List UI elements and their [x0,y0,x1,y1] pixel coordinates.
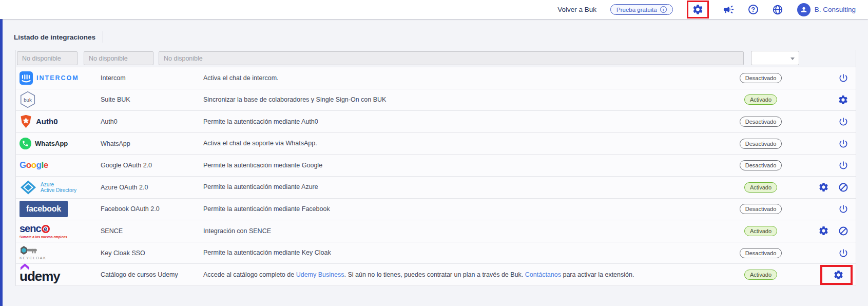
integration-name: Azure OAuth 2.0 [101,184,203,191]
status-badge: Desactivado [740,204,782,214]
settings-highlight-box [687,1,709,18]
block-icon[interactable] [838,182,848,193]
integration-logo: facebook [16,201,101,217]
integration-description: Sincronizar la base de colaboradores y S… [203,89,730,111]
sidebar-rail[interactable] [0,19,3,306]
language-globe-icon[interactable] [772,4,783,15]
table-row: KEYCLOAKKey Cloak SSOPermite la autentic… [16,242,856,264]
info-icon: i [660,6,667,13]
power-icon[interactable] [838,139,848,149]
filter-input-2[interactable] [84,51,153,65]
google-logo-wordmark: Google [20,160,48,170]
azure-logo-icon [20,179,37,196]
auth0-logo-icon [20,114,32,128]
integration-logo: udemy [16,265,101,284]
intercom-logo-icon [20,71,33,85]
description-link[interactable]: Udemy Business [296,271,344,278]
table-row: INTERCOMIntercomActiva el chat de interc… [16,67,856,89]
integration-logo: AzureActive Directory [16,179,101,196]
row-actions [792,182,856,193]
title-divider [103,31,103,43]
gear-icon[interactable] [833,270,844,280]
settings-icon[interactable] [692,4,704,15]
gear-icon[interactable] [818,182,829,193]
integration-name: Intercom [101,74,203,82]
power-icon[interactable] [838,204,848,214]
table-row: facebookFacebook OAuth 2.0Permite la aut… [16,199,856,221]
svg-text:buk: buk [24,97,32,103]
status-filter-select[interactable] [751,51,799,65]
chevron-down-icon [790,58,795,60]
integration-description: Permite la autenticación mediante Facebo… [203,198,730,220]
account-name: B. Consulting [815,6,856,13]
integration-logo: INTERCOM [16,71,101,85]
filter-input-3[interactable] [159,51,744,65]
row-actions [792,248,856,258]
integration-description: Permite la autenticación mediante Azure [203,176,730,198]
trial-badge-label: Prueba gratuita [616,7,657,13]
integrations-table-body: INTERCOMIntercomActiva el chat de interc… [16,67,856,286]
power-icon[interactable] [838,73,848,83]
integration-name: SENCE [101,227,203,235]
sence-logo: senceSúmate a los nuevos empleos [20,223,67,239]
integration-description: Activa el chat de intercom. [203,67,730,89]
avatar [797,3,811,16]
power-icon[interactable] [838,160,848,170]
block-icon[interactable] [838,226,848,236]
keycloak-logo: KEYCLOAK [20,246,46,260]
status-badge: Activado [744,94,777,105]
integration-description: Permite la autenticación mediante Key Cl… [203,242,730,264]
integration-description: Activa el chat de soporte vía WhatsApp. [203,132,730,155]
row-actions [792,73,856,83]
announcements-icon[interactable] [723,4,735,15]
integration-name: Facebook OAuth 2.0 [101,205,203,213]
integration-name: Google OAuth 2.0 [101,162,203,169]
gear-icon[interactable] [838,94,848,105]
table-row: bukSuite BUKSincronizar la base de colab… [16,89,856,111]
facebook-logo-wordmark: facebook [20,201,68,217]
volver-a-buk-link[interactable]: Volver a Buk [557,6,596,13]
integration-logo: buk [16,91,101,108]
row-actions [792,94,856,105]
gear-icon[interactable] [818,225,829,236]
filter-input-1[interactable] [17,51,78,65]
table-row: Auth0Auth0Permite la autenticación media… [16,111,856,133]
row-actions [792,225,856,236]
account-menu[interactable]: B. Consulting [797,3,856,16]
status-badge: Desactivado [740,160,782,170]
page-title: Listado de integraciones [14,33,95,41]
power-icon[interactable] [838,117,848,127]
topbar: Volver a Buk Prueba gratuita i ? B. Cons… [0,0,868,19]
row-actions [792,160,856,170]
trial-badge[interactable]: Prueba gratuita i [610,4,673,15]
integration-name: Suite BUK [101,96,203,103]
status-badge: Desactivado [740,139,782,149]
table-row: WhatsAppWhatsAppActiva el chat de soport… [16,133,856,155]
table-row: senceSúmate a los nuevos empleosSENCEInt… [16,220,856,242]
integration-name: Auth0 [101,118,203,125]
action-highlight-box [820,265,853,285]
integration-description: Permite la autenticación mediante Google [203,155,730,177]
integration-name: Key Cloak SSO [101,250,203,257]
integration-description: Integración con SENCE [203,220,730,242]
integration-logo: Google [16,160,101,170]
status-badge: Desactivado [740,73,782,83]
status-badge: Desactivado [740,248,782,258]
whatsapp-logo-icon [20,138,31,149]
description-link[interactable]: Contáctanos [525,271,561,278]
integrations-table: INTERCOMIntercomActiva el chat de interc… [15,50,856,286]
integration-name: WhatsApp [101,140,203,147]
table-row: GoogleGoogle OAuth 2.0Permite la autenti… [16,155,856,177]
integration-logo: WhatsApp [16,138,101,149]
row-actions [792,117,856,127]
table-row: AzureActive DirectoryAzure OAuth 2.0Perm… [16,177,856,199]
row-actions [792,204,856,214]
row-actions [792,265,856,285]
help-icon[interactable]: ? [748,5,758,14]
udemy-logo: udemy [20,265,60,284]
status-badge: Activado [744,270,777,280]
filter-row [16,50,856,67]
table-row: udemyCatálogo de cursos UdemyAccede al c… [16,264,856,286]
power-icon[interactable] [838,248,848,258]
integration-logo: Auth0 [16,114,101,128]
